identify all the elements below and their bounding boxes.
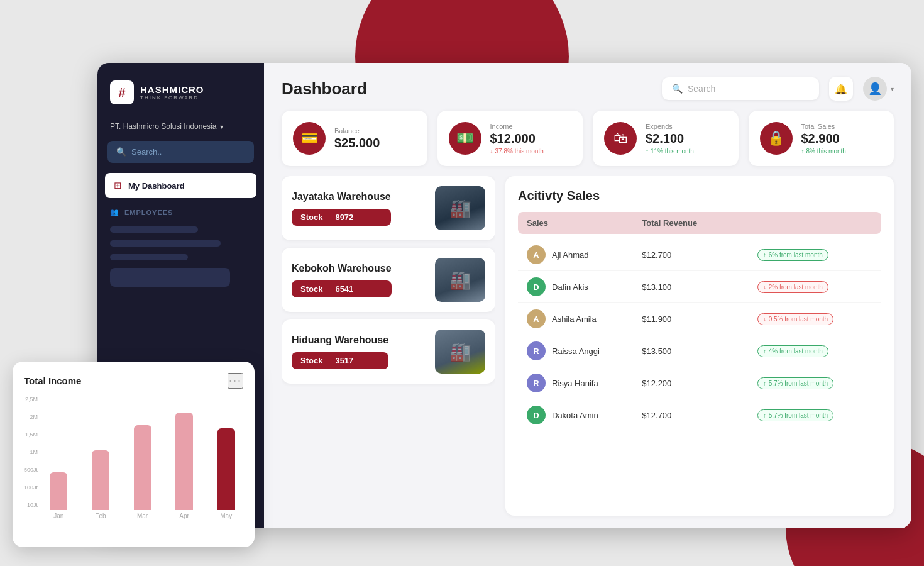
bars-container: Jan Feb Mar Apr May [41,396,243,522]
stat-label-income: Income [490,123,544,130]
col-header-sales: Sales [527,218,642,228]
bar-label: Apr [179,513,189,519]
company-selector[interactable]: PT. Hashmicro Solusi Indonesia ▾ [97,117,264,141]
warehouse-image-placeholder: 🏭 [449,270,471,291]
warehouse-img-0: 🏭 [435,186,485,230]
stat-value-income: $12.000 [490,131,544,146]
bar [92,450,109,510]
section-label-text: EMPLOYEES [124,209,173,216]
income-chart-card: Total Income ··· 2,5M2M1,5M1M500Jt100Jt1… [13,362,255,547]
stat-info-expends: Expends $2.100 ↑ 11% this month [646,123,694,155]
person-cell: D Dafin Akis [527,277,642,296]
change-cell: ↓ 0.5% from last month [757,313,872,325]
change-cell: ↓ 2% from last month [757,280,872,293]
col-header-empty [757,218,872,228]
placeholder-bar-4 [110,268,230,287]
stock-label-2: Stock [300,356,322,365]
warehouse-card-2: Hiduang Warehouse Stock 3517 🏭 [282,319,495,384]
stock-label-1: Stock [300,284,322,294]
balance-icon: 💳 [293,122,326,155]
revenue-cell: $12.200 [642,379,757,388]
change-badge: ↑ 6% from last month [757,249,828,261]
person-name: Aji Ahmad [552,250,589,260]
stat-info-totalsales: Total Sales $2.900 ↑ 8% this month [801,123,846,155]
activity-sales-panel: Acitivty Sales Sales Total Revenue A Aji… [505,176,894,516]
change-badge: ↑ 5.7% from last month [757,377,833,389]
revenue-cell: $11.900 [642,314,757,324]
person-cell: A Ashila Amila [527,309,642,328]
person-avatar: A [527,245,546,264]
arrow-up-icon: ↑ [763,380,766,387]
chart-bars-area: Jan Feb Mar Apr May [41,396,243,522]
person-cell: R Raissa Anggi [527,341,642,360]
bar-label: Mar [137,513,148,519]
stock-badge-2: Stock 3517 [292,352,388,369]
person-avatar: R [527,374,546,392]
stock-value-1: 6541 [335,284,353,294]
placeholder-bar-1 [110,226,198,233]
warehouse-info-0: Jayataka Warehouse Stock 8972 [292,191,391,226]
person-avatar: D [527,406,546,425]
sidebar-item-label: My Dashboard [128,181,185,191]
totalsales-icon: 🔒 [760,122,793,155]
sidebar-section-employees: 👥 EMPLOYEES [97,198,264,221]
person-cell: R Risya Hanifa [527,374,642,392]
chevron-down-icon: ▾ [220,123,223,130]
income-chart-title: Total Income [24,375,81,386]
person-avatar: R [527,341,546,360]
warehouse-info-1: Kebokoh Warehouse Stock 6541 [292,263,392,297]
bar [175,413,193,510]
search-input[interactable] [688,84,809,94]
sidebar-search-input[interactable] [131,147,245,157]
bar-group: Jan [41,472,76,519]
arrow-down-icon: ↓ [490,148,493,155]
stat-value-expends: $2.100 [646,131,694,146]
person-avatar: D [527,277,546,296]
sidebar-placeholder-items [97,221,264,292]
page-title: Dashboard [282,79,367,99]
change-badge: ↓ 2% from last month [757,281,828,293]
stat-change-income: ↓ 37.8% this month [490,148,544,155]
stock-label-0: Stock [300,213,322,222]
sidebar-search-container[interactable]: 🔍 [107,141,254,163]
warehouse-image-placeholder: 🏭 [449,341,471,362]
warehouse-info-2: Hiduang Warehouse Stock 3517 [292,335,388,369]
revenue-cell: $12.700 [642,411,757,420]
notification-button[interactable]: 🔔 [829,77,853,101]
sidebar-item-dashboard[interactable]: ⊞ My Dashboard [105,173,256,198]
y-axis-label: 1,5M [24,431,38,438]
avatar[interactable]: 👤 [863,77,887,101]
employees-icon: 👥 [110,208,119,216]
stat-card-expends: 🛍 Expends $2.100 ↑ 11% this month [593,111,739,166]
activity-title: Acitivty Sales [518,189,881,203]
stat-value-totalsales: $2.900 [801,131,846,146]
income-chart-header: Total Income ··· [24,373,243,389]
bar-group: Feb [84,450,118,519]
stat-label-expends: Expends [646,123,694,130]
stat-card-income: 💵 Income $12.000 ↓ 37.8% this month [437,111,583,166]
stat-value-balance: $25.000 [334,136,380,150]
search-bar[interactable]: 🔍 [662,77,819,100]
table-row: D Dafin Akis $13.100 ↓ 2% from last mont… [518,271,881,303]
income-icon: 💵 [449,122,481,155]
y-axis-label: 500Jt [24,467,38,473]
stock-badge-1: Stock 6541 [292,280,392,297]
change-badge: ↑ 4% from last month [757,345,828,357]
person-name: Dafin Akis [552,282,588,292]
person-name: Dakota Amin [552,411,598,420]
warehouse-card-0: Jayataka Warehouse Stock 8972 🏭 [282,176,495,240]
chart-area: 2,5M2M1,5M1M500Jt100Jt10Jt Jan Feb Mar A… [24,396,243,522]
stock-badge-0: Stock 8972 [292,209,391,226]
avatar-icon: 👤 [868,82,882,96]
more-button[interactable]: ··· [228,373,243,389]
bar-group: Mar [125,425,160,519]
dashboard-icon: ⊞ [114,180,122,191]
bar-label: Feb [95,513,106,519]
logo-text: HASHMICRO THINK FORWARD [140,84,204,101]
change-badge: ↑ 5.7% from last month [757,409,833,421]
table-row: A Aji Ahmad $12.700 ↑ 6% from last month [518,239,881,271]
chart-y-axis: 2,5M2M1,5M1M500Jt100Jt10Jt [24,396,38,522]
avatar-wrapper[interactable]: 👤 ▾ [863,77,894,101]
sidebar-logo: # HASHMICRO THINK FORWARD [97,63,264,117]
y-axis-label: 1M [24,449,38,455]
